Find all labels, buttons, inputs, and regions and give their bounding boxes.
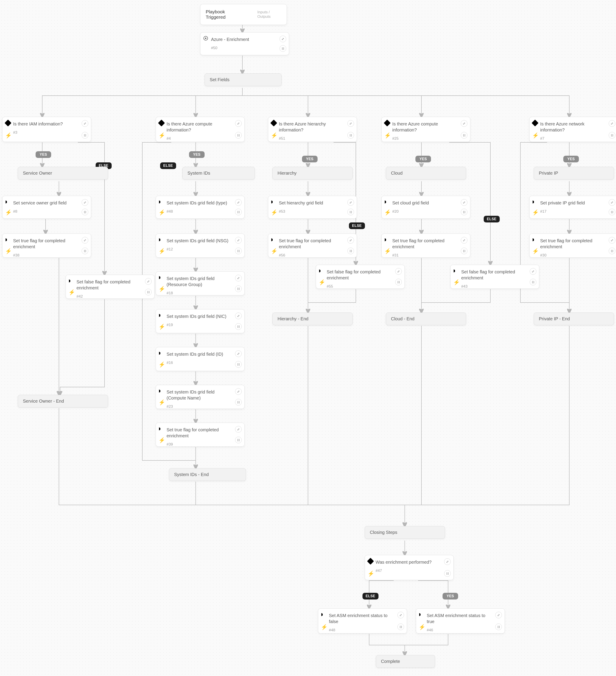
pause-icon[interactable] <box>461 132 468 138</box>
expand-icon[interactable]: ⤢ <box>235 120 242 127</box>
expand-icon[interactable]: ⤢ <box>82 237 88 243</box>
pause-icon[interactable] <box>609 132 615 138</box>
task-c1-1[interactable]: Set system IDs grid field (NSG) #12 ⤢ <box>156 234 245 258</box>
section-set-fields[interactable]: Set Fields <box>204 73 282 86</box>
expand-icon[interactable]: ⤢ <box>609 120 615 127</box>
pause-icon[interactable] <box>82 247 88 254</box>
section-private-ip[interactable]: Private IP <box>534 167 614 179</box>
task-n-1[interactable]: Set true flag for completed enrichment #… <box>529 234 616 258</box>
section-closing[interactable]: Closing Steps <box>365 526 445 539</box>
expand-icon[interactable]: ⤢ <box>235 350 242 357</box>
task-iam-0[interactable]: Set service owner grid field #8 ⤢ <box>2 196 91 219</box>
section-end-system-ids[interactable]: System IDs - End <box>169 468 246 481</box>
section-system-ids[interactable]: System IDs <box>182 167 255 179</box>
task-c2-0[interactable]: Set cloud grid field #20 ⤢ <box>381 196 470 219</box>
pause-icon[interactable] <box>461 209 468 215</box>
section-hierarchy[interactable]: Hierarchy <box>272 167 353 179</box>
pause-icon[interactable] <box>347 247 354 254</box>
section-end-cloud[interactable]: Cloud - End <box>386 313 466 325</box>
pause-icon[interactable] <box>82 209 88 215</box>
expand-icon[interactable]: ⤢ <box>280 36 286 42</box>
expand-icon[interactable]: ⤢ <box>495 612 502 618</box>
expand-icon[interactable]: ⤢ <box>397 612 404 618</box>
section-complete[interactable]: Complete <box>376 655 435 668</box>
pause-icon[interactable] <box>347 132 354 138</box>
task-h-1[interactable]: Set true flag for completed enrichment #… <box>268 234 357 258</box>
expand-icon[interactable]: ⤢ <box>235 388 242 395</box>
pause-icon[interactable] <box>235 247 242 254</box>
task-h-0[interactable]: Set hierarchy grid field #53 ⤢ <box>268 196 357 219</box>
pause-icon[interactable] <box>444 570 451 577</box>
expand-icon[interactable]: ⤢ <box>609 199 615 206</box>
task-iam-1[interactable]: Set true flag for completed enrichment #… <box>2 234 91 258</box>
expand-icon[interactable]: ⤢ <box>145 278 152 285</box>
task-iam-else[interactable]: Set false flag for completed enrichment … <box>66 275 155 299</box>
task-n-0[interactable]: Set private IP grid field #17 ⤢ <box>529 196 616 219</box>
pause-icon[interactable] <box>235 399 242 405</box>
cond-hierarchy[interactable]: Is there Azure hierarchy information? #5… <box>268 117 357 142</box>
section-service-owner[interactable]: Service Owner <box>18 167 108 179</box>
expand-icon[interactable]: ⤢ <box>461 120 468 127</box>
pause-icon[interactable] <box>530 279 536 285</box>
trigger-card[interactable]: Playbook Triggered Inputs / Outputs <box>200 4 287 25</box>
pause-icon[interactable] <box>235 361 242 368</box>
pause-icon[interactable] <box>235 285 242 292</box>
pause-icon[interactable] <box>397 623 404 630</box>
task-c1-2[interactable]: Set system IDs grid field (Resource Grou… <box>156 271 245 295</box>
pause-icon[interactable] <box>235 323 242 330</box>
expand-icon[interactable]: ⤢ <box>395 268 402 275</box>
pause-icon[interactable] <box>280 45 286 52</box>
task-id: #18 <box>167 291 231 296</box>
task-close-false[interactable]: Set ASM enrichment status to false #48 ⤢ <box>318 608 407 633</box>
expand-icon[interactable]: ⤢ <box>347 199 354 206</box>
section-end-private-ip[interactable]: Private IP - End <box>534 313 614 325</box>
task-c1-3[interactable]: Set system IDs grid field (NIC) #19 ⤢ <box>156 309 245 333</box>
cond-iam[interactable]: Is there IAM information? #3 ⤢ <box>2 117 91 142</box>
pause-icon[interactable] <box>82 132 88 138</box>
task-c2-else[interactable]: Set false flag for completed enrichment … <box>450 265 539 289</box>
task-h-else[interactable]: Set false flag for completed enrichment … <box>316 265 405 289</box>
branch-yes: YES <box>415 156 431 162</box>
pause-icon[interactable] <box>609 247 615 254</box>
section-cloud[interactable]: Cloud <box>386 167 466 179</box>
task-title: Set ASM enrichment status to false <box>329 613 393 625</box>
pause-icon[interactable] <box>235 132 242 138</box>
pause-icon[interactable] <box>145 289 152 295</box>
cond-compute1[interactable]: Is there Azure compute information? #4 ⤢ <box>156 117 245 142</box>
pause-icon[interactable] <box>609 209 615 215</box>
pause-icon[interactable] <box>235 437 242 443</box>
pause-icon[interactable] <box>461 247 468 254</box>
expand-icon[interactable]: ⤢ <box>235 313 242 319</box>
task-c2-1[interactable]: Set true flag for completed enrichment #… <box>381 234 470 258</box>
task-c1-4[interactable]: Set system IDs grid field (ID) #16 ⤢ <box>156 347 245 371</box>
expand-icon[interactable]: ⤢ <box>461 237 468 243</box>
task-close-true[interactable]: Set ASM enrichment status to true #46 ⤢ <box>416 608 505 633</box>
pause-icon[interactable] <box>495 623 502 630</box>
cond-network[interactable]: Is there Azure network information? #7 ⤢ <box>529 117 616 142</box>
expand-icon[interactable]: ⤢ <box>235 199 242 206</box>
task-c1-6[interactable]: Set true flag for completed enrichment #… <box>156 422 245 447</box>
pause-icon[interactable] <box>347 209 354 215</box>
expand-icon[interactable]: ⤢ <box>530 268 536 275</box>
bolt-icon <box>533 249 537 254</box>
cond-closing[interactable]: Was enrichment performed? #47 ⤢ <box>365 555 454 580</box>
expand-icon[interactable]: ⤢ <box>347 120 354 127</box>
expand-icon[interactable]: ⤢ <box>609 237 615 243</box>
task-azure-enrichment[interactable]: Azure - Enrichment #50 ⤢ <box>200 32 289 55</box>
section-end-hierarchy[interactable]: Hierarchy - End <box>272 313 353 325</box>
expand-icon[interactable]: ⤢ <box>82 199 88 206</box>
pause-icon[interactable] <box>235 209 242 215</box>
expand-icon[interactable]: ⤢ <box>347 237 354 243</box>
section-end-service-owner[interactable]: Service Owner - End <box>18 395 108 407</box>
expand-icon[interactable]: ⤢ <box>235 275 242 281</box>
pause-icon[interactable] <box>395 279 402 285</box>
task-icon <box>533 237 538 242</box>
expand-icon[interactable]: ⤢ <box>235 426 242 433</box>
expand-icon[interactable]: ⤢ <box>82 120 88 127</box>
cond-compute2[interactable]: Is there Azure compute information? #25 … <box>381 117 470 142</box>
expand-icon[interactable]: ⤢ <box>444 558 451 565</box>
expand-icon[interactable]: ⤢ <box>235 237 242 243</box>
expand-icon[interactable]: ⤢ <box>461 199 468 206</box>
task-c1-5[interactable]: Set system IDs grid field (Compute Name)… <box>156 385 245 409</box>
task-c1-0[interactable]: Set system IDs grid field (type) #48 ⤢ <box>156 196 245 219</box>
